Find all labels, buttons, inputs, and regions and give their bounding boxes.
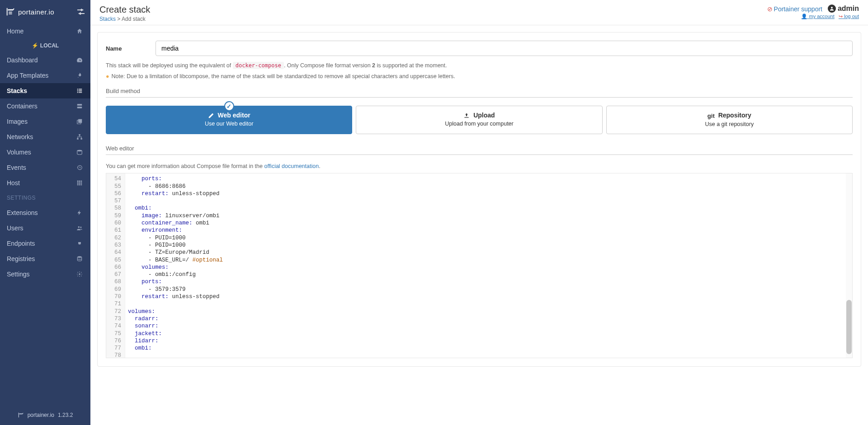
sidebar-item-label: Host: [7, 179, 20, 187]
sidebar-item-host[interactable]: Host: [0, 175, 90, 191]
sidebar-item-label: App Templates: [7, 72, 48, 79]
sidebar: portainer.io Home ⚡LOCAL DashboardApp Te…: [0, 0, 90, 425]
check-icon: ✓: [224, 101, 234, 111]
sidebar-item-containers[interactable]: Containers: [0, 98, 90, 114]
sidebar-item-label: Containers: [7, 103, 38, 110]
code-line: - BASE_URL=/ #optional: [128, 257, 849, 264]
code-line: radarr:: [128, 315, 849, 322]
sidebar-footer: portainer.io 1.23.2: [0, 405, 90, 425]
svg-rect-17: [81, 181, 82, 182]
logo-icon: [5, 7, 15, 17]
main-content: Create stack Stacks > Add stack ⊘Portain…: [90, 0, 868, 425]
build-method-web-editor[interactable]: ✓ Web editorUse our Web editor: [106, 106, 352, 134]
web-editor-section-title: Web editor: [106, 141, 853, 155]
sidebar-header: portainer.io: [0, 0, 90, 23]
tachometer-icon: [76, 57, 84, 63]
code-line: [128, 300, 849, 308]
svg-rect-15: [77, 181, 79, 182]
user-name: admin: [838, 5, 859, 13]
sidebar-item-label: Registries: [7, 255, 35, 262]
svg-rect-22: [79, 184, 80, 185]
svg-rect-19: [79, 182, 80, 184]
create-stack-panel: Name This stack will be deployed using t…: [97, 32, 861, 367]
sidebar-item-images[interactable]: Images: [0, 114, 90, 129]
sidebar-item-events[interactable]: Events: [0, 160, 90, 175]
svg-point-26: [77, 256, 81, 258]
user-badge: admin: [828, 5, 859, 13]
svg-point-13: [77, 150, 82, 152]
svg-rect-11: [77, 138, 79, 140]
sidebar-item-label: Home: [7, 28, 24, 35]
editor-scrollbar-thumb[interactable]: [846, 300, 852, 354]
bolt-icon: [76, 210, 84, 216]
svg-rect-8: [78, 119, 82, 123]
svg-rect-0: [77, 89, 78, 89]
svg-rect-1: [79, 89, 82, 89]
svg-point-28: [831, 7, 833, 9]
logout-link[interactable]: ↪ log out: [839, 14, 859, 19]
svg-rect-6: [77, 104, 82, 106]
code-line: ombi:: [128, 345, 849, 352]
svg-rect-21: [77, 184, 79, 185]
sidebar-toggle-icon[interactable]: [77, 9, 85, 15]
svg-rect-20: [81, 182, 82, 184]
sidebar-item-endpoints[interactable]: Endpoints: [0, 236, 90, 251]
sidebar-item-label: Extensions: [7, 209, 38, 216]
editor-scrollbar[interactable]: [846, 173, 852, 358]
sidebar-item-extensions[interactable]: Extensions: [0, 205, 90, 220]
svg-rect-10: [79, 134, 80, 135]
build-method-repository[interactable]: git RepositoryUse a git repository: [606, 106, 853, 134]
sidebar-item-stacks[interactable]: Stacks: [0, 83, 90, 98]
users-icon: [76, 225, 84, 231]
sidebar-item-home[interactable]: Home: [0, 23, 90, 39]
name-label: Name: [106, 45, 156, 52]
sidebar-item-label: Users: [7, 224, 24, 232]
sidebar-item-dashboard[interactable]: Dashboard: [0, 52, 90, 68]
breadcrumb-root-link[interactable]: Stacks: [99, 16, 116, 22]
method-subtitle: Use a git repository: [610, 121, 849, 127]
server-icon: [76, 103, 84, 109]
build-method-upload[interactable]: UploadUpload from your computer: [356, 106, 602, 134]
code-line: volumes:: [128, 264, 849, 271]
sidebar-item-label: Settings: [7, 271, 30, 278]
documentation-hint: You can get more information about Compo…: [106, 163, 853, 169]
plug-icon: [76, 240, 84, 247]
svg-rect-3: [79, 90, 82, 91]
sidebar-item-label: Dashboard: [7, 56, 38, 64]
sidebar-item-settings[interactable]: Settings: [0, 266, 90, 282]
stack-name-input[interactable]: [156, 41, 853, 56]
compose-help-text: This stack will be deployed using the eq…: [106, 62, 853, 69]
code-line: - PGID=1000: [128, 242, 849, 249]
sidebar-item-label: Endpoints: [7, 240, 35, 247]
editor-code[interactable]: ports: - 8686:8686 restart: unless-stopp…: [125, 173, 852, 358]
code-line: ports:: [128, 278, 849, 285]
code-line: lidarr:: [128, 337, 849, 345]
home-icon: [76, 28, 84, 34]
support-link[interactable]: ⊘Portainer support: [767, 5, 824, 13]
sidebar-item-label: Stacks: [7, 87, 27, 94]
sidebar-item-networks[interactable]: Networks: [0, 129, 90, 145]
method-subtitle: Upload from your computer: [360, 121, 598, 127]
build-method-title: Build method: [106, 84, 853, 98]
svg-point-25: [80, 227, 81, 228]
code-line: environment:: [128, 227, 849, 234]
my-account-link[interactable]: 👤 my account: [801, 14, 834, 19]
compose-editor[interactable]: 5455565758596061626364656667686970717273…: [106, 173, 853, 358]
build-methods: ✓ Web editorUse our Web editor UploadUpl…: [106, 106, 853, 134]
sidebar-item-registries[interactable]: Registries: [0, 251, 90, 266]
sidebar-item-users[interactable]: Users: [0, 220, 90, 236]
code-line: image: linuxserver/ombi: [128, 212, 849, 220]
code-line: - 3579:3579: [128, 286, 849, 293]
sidebar-item-app-templates[interactable]: App Templates: [0, 68, 90, 83]
official-docs-link[interactable]: official documentation: [264, 163, 319, 169]
upload-icon: [463, 112, 470, 119]
breadcrumb: Stacks > Add stack: [99, 16, 150, 22]
database-icon: [76, 256, 84, 262]
code-line: restart: unless-stopped: [128, 293, 849, 300]
method-subtitle: Use our Web editor: [110, 121, 348, 127]
svg-rect-4: [77, 92, 78, 93]
code-line: sonarr:: [128, 322, 849, 330]
svg-rect-16: [79, 181, 80, 182]
logo[interactable]: portainer.io: [5, 7, 54, 17]
sidebar-item-volumes[interactable]: Volumes: [0, 145, 90, 160]
